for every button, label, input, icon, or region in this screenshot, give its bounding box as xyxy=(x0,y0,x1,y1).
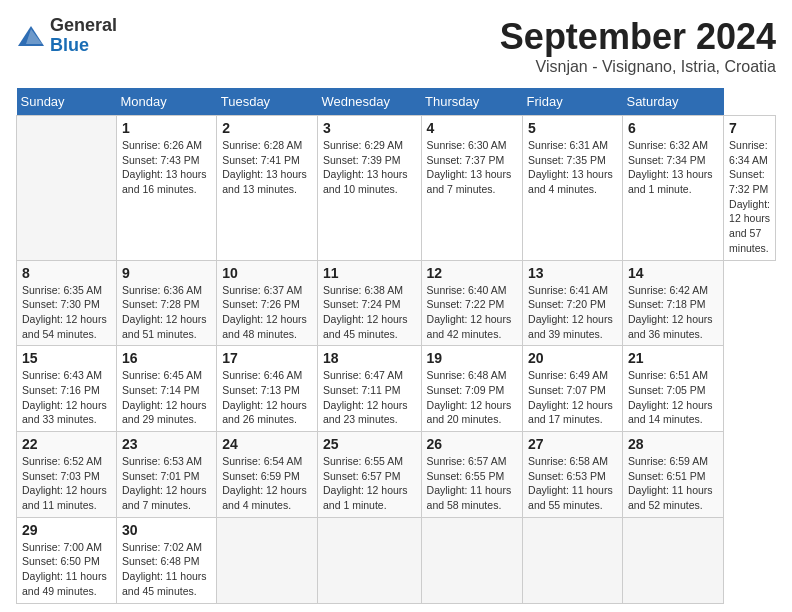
day-number: 11 xyxy=(323,265,416,281)
calendar-cell: 6Sunrise: 6:32 AMSunset: 7:34 PMDaylight… xyxy=(622,116,723,261)
calendar-week-3: 15Sunrise: 6:43 AMSunset: 7:16 PMDayligh… xyxy=(17,346,776,432)
calendar-cell: 11Sunrise: 6:38 AMSunset: 7:24 PMDayligh… xyxy=(317,260,421,346)
day-info: Sunrise: 6:47 AMSunset: 7:11 PMDaylight:… xyxy=(323,368,416,427)
day-info: Sunrise: 7:00 AMSunset: 6:50 PMDaylight:… xyxy=(22,540,111,599)
day-info: Sunrise: 6:51 AMSunset: 7:05 PMDaylight:… xyxy=(628,368,718,427)
day-number: 16 xyxy=(122,350,211,366)
day-info: Sunrise: 6:30 AMSunset: 7:37 PMDaylight:… xyxy=(427,138,517,197)
day-info: Sunrise: 6:29 AMSunset: 7:39 PMDaylight:… xyxy=(323,138,416,197)
calendar-cell: 8Sunrise: 6:35 AMSunset: 7:30 PMDaylight… xyxy=(17,260,117,346)
day-number: 22 xyxy=(22,436,111,452)
calendar-cell: 25Sunrise: 6:55 AMSunset: 6:57 PMDayligh… xyxy=(317,432,421,518)
calendar-cell: 10Sunrise: 6:37 AMSunset: 7:26 PMDayligh… xyxy=(217,260,318,346)
day-info: Sunrise: 6:35 AMSunset: 7:30 PMDaylight:… xyxy=(22,283,111,342)
day-info: Sunrise: 6:38 AMSunset: 7:24 PMDaylight:… xyxy=(323,283,416,342)
day-number: 17 xyxy=(222,350,312,366)
calendar-cell: 4Sunrise: 6:30 AMSunset: 7:37 PMDaylight… xyxy=(421,116,522,261)
calendar-cell: 19Sunrise: 6:48 AMSunset: 7:09 PMDayligh… xyxy=(421,346,522,432)
day-info: Sunrise: 6:37 AMSunset: 7:26 PMDaylight:… xyxy=(222,283,312,342)
calendar-cell xyxy=(217,517,318,603)
day-info: Sunrise: 6:57 AMSunset: 6:55 PMDaylight:… xyxy=(427,454,517,513)
day-info: Sunrise: 6:40 AMSunset: 7:22 PMDaylight:… xyxy=(427,283,517,342)
calendar-cell: 18Sunrise: 6:47 AMSunset: 7:11 PMDayligh… xyxy=(317,346,421,432)
calendar-cell xyxy=(421,517,522,603)
day-number: 9 xyxy=(122,265,211,281)
day-info: Sunrise: 6:46 AMSunset: 7:13 PMDaylight:… xyxy=(222,368,312,427)
calendar-cell: 16Sunrise: 6:45 AMSunset: 7:14 PMDayligh… xyxy=(116,346,216,432)
day-number: 19 xyxy=(427,350,517,366)
weekday-header-saturday: Saturday xyxy=(622,88,723,116)
calendar-cell: 23Sunrise: 6:53 AMSunset: 7:01 PMDayligh… xyxy=(116,432,216,518)
day-number: 4 xyxy=(427,120,517,136)
calendar-cell: 5Sunrise: 6:31 AMSunset: 7:35 PMDaylight… xyxy=(523,116,623,261)
day-number: 3 xyxy=(323,120,416,136)
logo-icon xyxy=(16,21,46,51)
calendar-cell: 21Sunrise: 6:51 AMSunset: 7:05 PMDayligh… xyxy=(622,346,723,432)
day-info: Sunrise: 6:32 AMSunset: 7:34 PMDaylight:… xyxy=(628,138,718,197)
calendar-cell: 22Sunrise: 6:52 AMSunset: 7:03 PMDayligh… xyxy=(17,432,117,518)
calendar-week-2: 8Sunrise: 6:35 AMSunset: 7:30 PMDaylight… xyxy=(17,260,776,346)
calendar-week-1: 1Sunrise: 6:26 AMSunset: 7:43 PMDaylight… xyxy=(17,116,776,261)
day-number: 7 xyxy=(729,120,770,136)
day-info: Sunrise: 6:48 AMSunset: 7:09 PMDaylight:… xyxy=(427,368,517,427)
day-number: 30 xyxy=(122,522,211,538)
day-number: 21 xyxy=(628,350,718,366)
day-info: Sunrise: 6:36 AMSunset: 7:28 PMDaylight:… xyxy=(122,283,211,342)
weekday-header-sunday: Sunday xyxy=(17,88,117,116)
calendar-cell: 27Sunrise: 6:58 AMSunset: 6:53 PMDayligh… xyxy=(523,432,623,518)
weekday-header-row: SundayMondayTuesdayWednesdayThursdayFrid… xyxy=(17,88,776,116)
calendar-cell: 15Sunrise: 6:43 AMSunset: 7:16 PMDayligh… xyxy=(17,346,117,432)
day-info: Sunrise: 6:45 AMSunset: 7:14 PMDaylight:… xyxy=(122,368,211,427)
calendar-cell: 28Sunrise: 6:59 AMSunset: 6:51 PMDayligh… xyxy=(622,432,723,518)
day-number: 18 xyxy=(323,350,416,366)
calendar-week-5: 29Sunrise: 7:00 AMSunset: 6:50 PMDayligh… xyxy=(17,517,776,603)
calendar-week-4: 22Sunrise: 6:52 AMSunset: 7:03 PMDayligh… xyxy=(17,432,776,518)
day-info: Sunrise: 6:58 AMSunset: 6:53 PMDaylight:… xyxy=(528,454,617,513)
weekday-header-wednesday: Wednesday xyxy=(317,88,421,116)
day-info: Sunrise: 6:28 AMSunset: 7:41 PMDaylight:… xyxy=(222,138,312,197)
logo: General Blue xyxy=(16,16,117,56)
day-info: Sunrise: 6:31 AMSunset: 7:35 PMDaylight:… xyxy=(528,138,617,197)
title-section: September 2024 Visnjan - Visignano, Istr… xyxy=(500,16,776,76)
calendar-cell xyxy=(317,517,421,603)
day-info: Sunrise: 6:43 AMSunset: 7:16 PMDaylight:… xyxy=(22,368,111,427)
day-number: 1 xyxy=(122,120,211,136)
day-info: Sunrise: 6:34 AMSunset: 7:32 PMDaylight:… xyxy=(729,138,770,256)
calendar-cell: 9Sunrise: 6:36 AMSunset: 7:28 PMDaylight… xyxy=(116,260,216,346)
calendar-cell: 3Sunrise: 6:29 AMSunset: 7:39 PMDaylight… xyxy=(317,116,421,261)
day-info: Sunrise: 6:59 AMSunset: 6:51 PMDaylight:… xyxy=(628,454,718,513)
day-info: Sunrise: 7:02 AMSunset: 6:48 PMDaylight:… xyxy=(122,540,211,599)
weekday-header-tuesday: Tuesday xyxy=(217,88,318,116)
logo-general: General xyxy=(50,16,117,36)
calendar-cell: 20Sunrise: 6:49 AMSunset: 7:07 PMDayligh… xyxy=(523,346,623,432)
day-number: 5 xyxy=(528,120,617,136)
calendar-cell: 7Sunrise: 6:34 AMSunset: 7:32 PMDaylight… xyxy=(724,116,776,261)
day-number: 8 xyxy=(22,265,111,281)
weekday-header-monday: Monday xyxy=(116,88,216,116)
day-number: 12 xyxy=(427,265,517,281)
day-number: 26 xyxy=(427,436,517,452)
day-number: 6 xyxy=(628,120,718,136)
calendar-cell xyxy=(622,517,723,603)
day-number: 2 xyxy=(222,120,312,136)
calendar-cell-empty xyxy=(17,116,117,261)
day-number: 25 xyxy=(323,436,416,452)
weekday-header-friday: Friday xyxy=(523,88,623,116)
day-number: 29 xyxy=(22,522,111,538)
day-number: 20 xyxy=(528,350,617,366)
day-number: 13 xyxy=(528,265,617,281)
calendar-cell xyxy=(523,517,623,603)
day-info: Sunrise: 6:54 AMSunset: 6:59 PMDaylight:… xyxy=(222,454,312,513)
day-number: 14 xyxy=(628,265,718,281)
location: Visnjan - Visignano, Istria, Croatia xyxy=(500,58,776,76)
calendar-cell: 14Sunrise: 6:42 AMSunset: 7:18 PMDayligh… xyxy=(622,260,723,346)
weekday-header-thursday: Thursday xyxy=(421,88,522,116)
calendar-cell: 30Sunrise: 7:02 AMSunset: 6:48 PMDayligh… xyxy=(116,517,216,603)
day-info: Sunrise: 6:49 AMSunset: 7:07 PMDaylight:… xyxy=(528,368,617,427)
day-info: Sunrise: 6:53 AMSunset: 7:01 PMDaylight:… xyxy=(122,454,211,513)
day-info: Sunrise: 6:41 AMSunset: 7:20 PMDaylight:… xyxy=(528,283,617,342)
calendar-cell: 12Sunrise: 6:40 AMSunset: 7:22 PMDayligh… xyxy=(421,260,522,346)
day-number: 15 xyxy=(22,350,111,366)
logo-blue: Blue xyxy=(50,36,117,56)
day-info: Sunrise: 6:55 AMSunset: 6:57 PMDaylight:… xyxy=(323,454,416,513)
